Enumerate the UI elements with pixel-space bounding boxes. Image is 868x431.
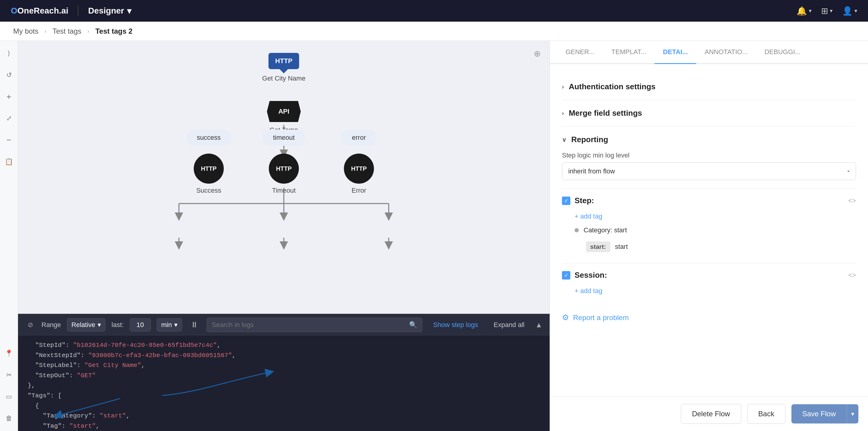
session-tag-header: ✓ Session: <> [562,270,856,280]
bottom-actions: Delete Flow Back Save Flow ▾ [550,397,868,431]
api-node[interactable]: API Get Temp [267,101,301,134]
sidebar-minus-icon[interactable]: − [2,134,16,147]
sidebar-selection-icon[interactable]: ▭ [2,390,16,403]
log-line-9: "Tag": "start", [28,421,540,431]
min-select[interactable]: min ▾ [157,318,182,332]
session-add-tag-button[interactable]: + add tag [562,285,856,297]
authentication-header[interactable]: › Authentication settings [562,82,856,91]
log-line-7: { [28,401,540,411]
auth-label: Authentication settings [569,82,656,91]
brand-logo: OOneReach.ai [11,6,68,16]
category-row: Category: start [562,223,856,238]
session-code-button[interactable]: <> [848,271,856,279]
log-line-8: "TagCategory": "start", [28,411,540,421]
product-name[interactable]: Designer ▾ [88,6,131,16]
sidebar-expand-all-icon[interactable]: ⤢ [2,112,16,125]
sidebar-delete-icon[interactable]: 🗑 [2,412,16,425]
product-dropdown-icon: ▾ [127,6,131,16]
report-problem-label: Report a problem [573,314,629,322]
search-icon: 🔍 [409,321,417,329]
last-label: last: [112,321,123,329]
pause-button[interactable]: ⏸ [188,318,200,332]
branch-error[interactable]: error [341,130,377,146]
flow-canvas[interactable]: HTTP Get City Name API Get Temp success [18,41,550,314]
save-flow-dropdown-button[interactable]: ▾ [847,404,858,424]
step-checkbox[interactable]: ✓ [562,197,570,205]
save-group: Save Flow ▾ [792,404,858,424]
apps-button[interactable]: ⊞ ▾ [821,6,833,16]
step-tag-label: Step: [575,196,594,205]
sidebar-add-icon[interactable]: + [2,90,16,104]
back-button[interactable]: Back [747,404,785,424]
tab-annotation[interactable]: ANNOTATIO... [696,41,756,64]
range-select[interactable]: Relative ▾ [67,318,105,332]
api-badge: API [278,108,289,115]
sidebar-location-icon[interactable]: 📍 [2,347,16,360]
tab-debugging[interactable]: DEBUGGI... [756,41,809,64]
search-input[interactable] [212,321,405,329]
brand-text: OOneReach.ai [11,6,68,16]
merge-field-label: Merge field settings [569,109,642,118]
tab-details[interactable]: DETAI... [654,41,696,64]
branch-success[interactable]: success [186,130,231,146]
session-tag-section: ✓ Session: <> + add tag [562,263,856,305]
sidebar-expand-icon[interactable]: ⟩ [2,47,16,60]
expand-all-button[interactable]: Expand all [489,319,529,331]
report-problem-button[interactable]: ⚙ Report a problem [562,305,856,331]
right-panel: GENER... TEMPLAT... DETAI... ANNOTATIO..… [550,41,868,431]
step-logic-label: Step logic min log level [562,151,856,159]
reporting-section: ∨ Reporting Step logic min log level inh… [562,126,856,189]
save-flow-button[interactable]: Save Flow [792,404,847,424]
step-tag-header: ✓ Step: <> [562,196,856,205]
http-node-1[interactable]: HTTP Get City Name [262,53,306,82]
cat-dot-icon [575,228,579,232]
tab-template[interactable]: TEMPLAT... [603,41,655,64]
sidebar-refresh-icon[interactable]: ↺ [2,68,16,82]
session-checkbox[interactable]: ✓ [562,271,570,280]
log-panel: ⊘ Range Relative ▾ last: min ▾ ⏸ 🔍 Show … [18,314,550,431]
breadcrumb-sep-2: › [87,28,90,34]
log-content[interactable]: "StepId": "b102614d-70fe-4c20-85e0-65f1b… [18,336,550,431]
branch-timeout[interactable]: timeout [262,130,306,146]
log-collapse-button[interactable]: ▲ [535,321,542,329]
notifications-button[interactable]: 🔔 ▾ [797,6,811,16]
log-level-select[interactable]: inherit from flow debug info warn error [562,162,856,180]
reporting-label: Reporting [571,135,608,144]
http-circle-timeout[interactable]: HTTP Timeout [269,153,299,195]
merge-field-header[interactable]: › Merge field settings [562,109,856,118]
search-container: 🔍 [207,318,422,332]
http-circle-error[interactable]: HTTP Error [344,153,374,195]
authentication-section: › Authentication settings [562,74,856,100]
tag-value-row: start: start [562,238,856,256]
canvas-area: HTTP Get City Name API Get Temp success [18,41,550,431]
min-dropdown-icon: ▾ [174,321,178,329]
breadcrumb-testtags[interactable]: Test tags [53,27,82,35]
right-tabs: GENER... TEMPLAT... DETAI... ANNOTATIO..… [550,41,868,64]
breadcrumb-sep-1: › [44,28,46,34]
breadcrumb-mybots[interactable]: My bots [13,27,38,35]
user-menu-button[interactable]: 👤 ▾ [842,6,857,16]
http-circle-success[interactable]: HTTP Success [194,153,224,195]
step-tag-section: ✓ Step: <> + add tag Category: start sta… [562,189,856,263]
reporting-header[interactable]: ∨ Reporting [562,135,856,144]
delete-flow-button[interactable]: Delete Flow [681,404,741,424]
last-value-input[interactable] [130,318,151,332]
http1-badge: HTTP [275,57,292,65]
crosshair-icon[interactable]: ⊕ [530,47,544,60]
log-line-3: "StepLabel": "Get City Name", [28,361,540,371]
log-clear-button[interactable]: ⊘ [25,319,35,331]
show-step-logs-button[interactable]: Show step logs [428,319,483,331]
main-layout: ⟩ ↺ + ⤢ − 📋 📍 ✂ ▭ 🗑 [0,41,868,431]
tab-general[interactable]: GENER... [557,41,603,64]
log-toolbar: ⊘ Range Relative ▾ last: min ▾ ⏸ 🔍 Show … [18,314,550,336]
step-code-button[interactable]: <> [848,197,856,205]
sidebar-notes-icon[interactable]: 📋 [2,155,16,168]
sidebar-cut-icon[interactable]: ✂ [2,369,16,382]
http1-label: Get City Name [262,75,306,82]
reporting-content: Step logic min log level inherit from fl… [562,144,856,180]
merge-field-section: › Merge field settings [562,100,856,126]
log-line-5: }, [28,380,540,391]
nav-icons-group: 🔔 ▾ ⊞ ▾ 👤 ▾ [797,6,857,16]
merge-expand-icon: › [562,110,564,117]
step-add-tag-button[interactable]: + add tag [562,210,856,223]
